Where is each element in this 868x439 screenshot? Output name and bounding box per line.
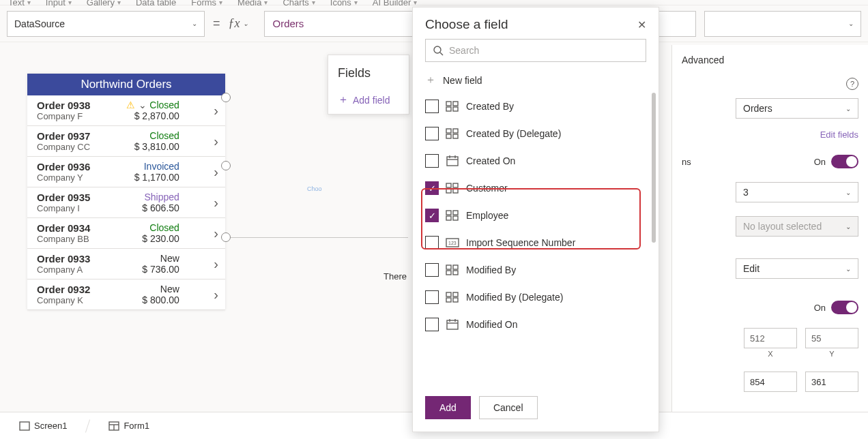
right-formula-dropdown[interactable]: ⌄ xyxy=(704,11,861,37)
position-x-input[interactable]: 512 xyxy=(744,328,797,348)
field-search-input[interactable]: Search xyxy=(425,39,646,62)
field-item[interactable]: 123Import Sequence Number xyxy=(425,229,653,256)
order-row[interactable]: Order 0937Company CCClosed$ 3,810.00› xyxy=(27,126,225,157)
chevron-right-icon: › xyxy=(214,287,218,303)
svg-rect-7 xyxy=(453,129,458,133)
field-checkbox[interactable]: ✓ xyxy=(425,181,439,195)
property-selector[interactable]: DataSource ⌄ xyxy=(7,11,205,37)
ribbon-media[interactable]: Media ▾ xyxy=(237,0,267,7)
order-company: Company CC xyxy=(37,142,90,152)
cancel-button[interactable]: Cancel xyxy=(479,396,538,419)
field-checkbox[interactable] xyxy=(425,236,439,249)
svg-rect-19 xyxy=(453,211,458,215)
size-width-input[interactable]: 854 xyxy=(744,372,797,392)
order-company: Company A xyxy=(37,264,90,275)
snap-toggle[interactable] xyxy=(831,155,858,168)
fx-icon[interactable]: ƒx ⌄ xyxy=(229,16,256,31)
y-label: Y xyxy=(829,350,834,358)
chevron-down-icon: ▾ xyxy=(414,0,417,6)
mode-value: Edit xyxy=(743,263,760,274)
order-row[interactable]: Order 0933Company ANew$ 736.00› xyxy=(27,249,225,279)
add-button[interactable]: Add xyxy=(425,396,471,419)
field-item[interactable]: Modified By (Delegate) xyxy=(425,284,653,311)
close-icon[interactable]: ✕ xyxy=(637,18,646,31)
add-field-button[interactable]: ＋ Add field xyxy=(338,93,399,107)
svg-rect-4 xyxy=(446,107,451,111)
chevron-down-icon: ⌄ xyxy=(845,105,851,112)
visible-on-label: On xyxy=(814,303,826,313)
field-checkbox[interactable] xyxy=(425,290,439,304)
ribbon-gallery[interactable]: Gallery ▾ xyxy=(87,0,121,7)
edit-fields-link[interactable]: Edit fields xyxy=(682,125,858,148)
selection-handle[interactable] xyxy=(221,93,231,102)
field-checkbox[interactable] xyxy=(425,100,439,113)
order-row[interactable]: Order 0935Company IShipped$ 606.50› xyxy=(27,187,225,218)
field-item[interactable]: Created By xyxy=(425,93,653,120)
svg-rect-28 xyxy=(446,292,451,297)
chevron-right-icon: › xyxy=(214,226,218,241)
tree-form-label: Form1 xyxy=(124,421,149,431)
order-status: New xyxy=(160,284,179,294)
tree-form[interactable]: Form1 xyxy=(100,418,158,434)
field-label: Modified On xyxy=(466,319,517,330)
field-item[interactable]: Created By (Delegate) xyxy=(425,120,653,147)
new-field-button[interactable]: ＋ New field xyxy=(413,67,659,93)
size-height-input[interactable]: 361 xyxy=(805,372,858,392)
order-row[interactable]: Order 0932Company KNew$ 800.00› xyxy=(27,279,225,310)
tree-screen[interactable]: Screen1 xyxy=(11,418,75,434)
svg-rect-20 xyxy=(446,216,451,220)
chevron-down-icon: ⌄ xyxy=(848,20,854,27)
ribbon-charts[interactable]: Charts ▾ xyxy=(283,0,315,7)
snap-on-label: On xyxy=(814,157,826,167)
order-company: Company I xyxy=(37,203,90,213)
field-item[interactable]: Created On xyxy=(425,147,653,175)
order-price: $ 606.50 xyxy=(142,202,179,213)
x-label: X xyxy=(768,350,772,358)
field-checkbox[interactable] xyxy=(425,263,439,277)
field-checkbox[interactable] xyxy=(425,318,439,331)
svg-point-0 xyxy=(434,46,441,53)
field-item[interactable]: Modified On xyxy=(425,311,653,338)
order-row[interactable]: Order 0934Company BBClosed$ 230.00› xyxy=(27,218,225,249)
ribbon-icons[interactable]: Icons ▾ xyxy=(330,0,358,7)
order-price: $ 800.00 xyxy=(142,294,179,305)
order-price: $ 2,870.00 xyxy=(134,110,179,121)
visible-toggle[interactable] xyxy=(831,301,858,314)
choose-field-popup: Choose a field ✕ Search ＋ New field Crea… xyxy=(412,7,659,432)
field-checkbox[interactable] xyxy=(425,127,439,140)
ribbon-input[interactable]: Input ▾ xyxy=(46,0,72,7)
order-price: $ 3,810.00 xyxy=(134,141,179,152)
field-label: Import Sequence Number xyxy=(466,237,575,248)
columns-dropdown[interactable]: 3 ⌄ xyxy=(736,182,858,202)
order-row[interactable]: Order 0938Company F⚠ ⌄ Closed$ 2,870.00› xyxy=(27,95,225,126)
form-outline xyxy=(231,237,408,238)
ribbon-aibuilder[interactable]: AI Builder ▾ xyxy=(373,0,417,7)
field-item[interactable]: Modified By xyxy=(425,256,653,284)
svg-rect-9 xyxy=(453,134,458,138)
position-y-input[interactable]: 55 xyxy=(805,328,858,348)
field-type-icon xyxy=(446,155,459,166)
chevron-down-icon: ▾ xyxy=(312,0,315,6)
ribbon-text[interactable]: Text ▾ xyxy=(8,0,31,7)
field-label: Modified By (Delegate) xyxy=(466,292,563,303)
field-item[interactable]: ✓Employee xyxy=(425,202,653,229)
order-row[interactable]: Order 0936Company YInvoiced$ 1,170.00› xyxy=(27,157,225,187)
help-icon[interactable]: ? xyxy=(846,78,858,90)
selection-handle[interactable] xyxy=(221,161,231,170)
field-type-icon xyxy=(446,210,459,221)
datasource-dropdown[interactable]: Orders ⌄ xyxy=(736,98,858,119)
field-item[interactable]: ✓Customer xyxy=(425,175,653,202)
ribbon-forms[interactable]: Forms ▾ xyxy=(191,0,222,7)
orders-gallery[interactable]: Northwind Orders Order 0938Company F⚠ ⌄ … xyxy=(27,74,225,310)
selection-handle[interactable] xyxy=(221,232,231,242)
field-type-icon xyxy=(446,264,459,275)
mode-dropdown[interactable]: Edit ⌄ xyxy=(736,258,858,279)
field-checkbox[interactable] xyxy=(425,154,439,168)
ribbon-datatable[interactable]: Data table xyxy=(136,0,176,7)
tab-advanced[interactable]: Advanced xyxy=(682,45,858,72)
field-checkbox[interactable]: ✓ xyxy=(425,209,439,222)
scrollbar-thumb[interactable] xyxy=(652,93,656,243)
chevron-down-icon: ▾ xyxy=(27,0,31,6)
field-label: Employee xyxy=(466,210,508,221)
chevron-right-icon: › xyxy=(214,164,218,180)
